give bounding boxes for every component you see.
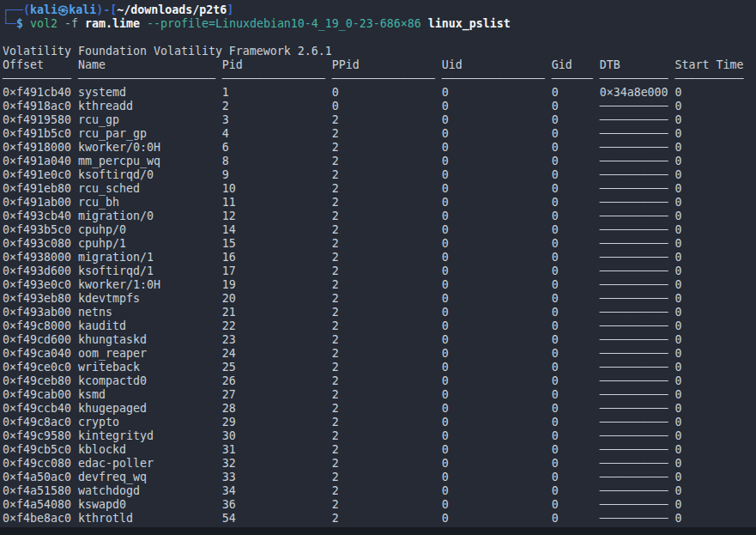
command-plugin-arg: linux_pslist bbox=[428, 17, 511, 30]
command-profile-arg: --profile=Linuxdebian10-4_19_0-23-686×86 bbox=[147, 17, 421, 30]
process-row: 0×f493c080 cpuhp/1 15 2 0 0 ────────── 0 bbox=[3, 237, 756, 251]
process-row: 0×f49ccb40 khugepaged 28 2 0 0 ─────────… bbox=[3, 402, 756, 416]
process-row: 0×f4be8ac0 kthrotld 54 2 0 0 ────────── … bbox=[3, 512, 756, 526]
process-row: 0×f493b5c0 cpuhp/0 14 2 0 0 ────────── 0 bbox=[3, 223, 756, 237]
terminal-window: ┌──(kali㉿kali)-[~/downloads/p2t6]└─$ vol… bbox=[0, 0, 756, 535]
process-row: 0×f4919580 rcu_gp 3 2 0 0 ────────── 0 bbox=[3, 113, 756, 127]
process-row: 0×f4a50ac0 devfreq_wq 33 2 0 0 ─────────… bbox=[3, 471, 756, 484]
process-row: 0×f491b5c0 rcu_par_gp 4 2 0 0 ──────────… bbox=[3, 127, 756, 141]
process-row: 0×f49c8000 kauditd 22 2 0 0 ────────── 0 bbox=[3, 319, 756, 333]
prompt-frame-mid: )-[ bbox=[96, 3, 117, 16]
process-row: 0×f493eb80 kdevtmpfs 20 2 0 0 ──────────… bbox=[3, 292, 756, 306]
process-row: 0×f493e0c0 kworker/1:0H 19 2 0 0 ───────… bbox=[3, 278, 756, 292]
terminal-output[interactable]: ┌──(kali㉿kali)-[~/downloads/p2t6]└─$ vol… bbox=[0, 0, 756, 526]
prompt-cwd: ~/downloads/p2t6 bbox=[117, 3, 227, 16]
command-file-arg: ram.lime bbox=[85, 17, 140, 30]
process-row: 0×f49ceb80 kcompactd0 26 2 0 0 ─────────… bbox=[3, 374, 756, 388]
prompt-dollar: $ bbox=[16, 17, 23, 30]
prompt-user-host: kali㉿kali bbox=[30, 3, 96, 16]
process-row: 0×f491a040 mm_percpu_wq 8 2 0 0 ────────… bbox=[3, 155, 756, 168]
process-row: 0×f49c9580 kintegrityd 30 2 0 0 ────────… bbox=[3, 429, 756, 443]
process-row: 0×f491eb80 rcu_sched 10 2 0 0 ──────────… bbox=[3, 182, 756, 196]
table-header-row: Offset Name Pid PPid Uid Gid DTB Start T… bbox=[3, 58, 756, 72]
blank-line bbox=[3, 31, 756, 45]
prompt-frame-close: ] bbox=[227, 3, 233, 16]
banner-line: Volatility Foundation Volatility Framewo… bbox=[3, 45, 756, 58]
process-row: 0×f4918ac0 kthreadd 2 0 0 0 ────────── 0 bbox=[3, 100, 756, 113]
prompt-frame-line2: └─ bbox=[3, 17, 16, 30]
pslist-table: Offset Name Pid PPid Uid Gid DTB Start T… bbox=[3, 58, 756, 526]
process-row: 0×f49cc080 edac-poller 32 2 0 0 ────────… bbox=[3, 457, 756, 471]
table-header-rule: ────────── ──────────────────── ────────… bbox=[3, 72, 756, 86]
command-line: └─$ vol2 -f ram.lime --profile=Linuxdebi… bbox=[3, 17, 756, 31]
process-row: 0×f4a51580 watchdogd 34 2 0 0 ──────────… bbox=[3, 484, 756, 498]
window-bottom-edge bbox=[0, 527, 756, 535]
process-row: 0×f49cab00 ksmd 27 2 0 0 ────────── 0 bbox=[3, 388, 756, 402]
process-row: 0×f49ca040 oom_reaper 24 2 0 0 ─────────… bbox=[3, 347, 756, 361]
prompt-frame-open: ┌──( bbox=[3, 3, 30, 16]
process-row: 0×f4938000 migration/1 16 2 0 0 ────────… bbox=[3, 251, 756, 264]
prompt-line-1: ┌──(kali㉿kali)-[~/downloads/p2t6] bbox=[3, 3, 756, 17]
command-flag-f: -f bbox=[64, 17, 78, 30]
process-row: 0×f491e0c0 ksoftirqd/0 9 2 0 0 ─────────… bbox=[3, 168, 756, 182]
process-row: 0×f49c8ac0 crypto 29 2 0 0 ────────── 0 bbox=[3, 416, 756, 429]
process-row: 0×f4a54080 kswapd0 36 2 0 0 ────────── 0 bbox=[3, 498, 756, 512]
process-row: 0×f491cb40 systemd 1 0 0 0 0×34a8e000 0 bbox=[3, 86, 756, 100]
process-row: 0×f49ce0c0 writeback 25 2 0 0 ──────────… bbox=[3, 361, 756, 374]
process-row: 0×f491ab00 rcu_bh 11 2 0 0 ────────── 0 bbox=[3, 196, 756, 210]
process-row: 0×f4918000 kworker/0:0H 6 2 0 0 ────────… bbox=[3, 141, 756, 155]
process-row: 0×f493d600 ksoftirqd/1 17 2 0 0 ────────… bbox=[3, 264, 756, 278]
process-row: 0×f49cb5c0 kblockd 31 2 0 0 ────────── 0 bbox=[3, 443, 756, 457]
process-row: 0×f493cb40 migration/0 12 2 0 0 ────────… bbox=[3, 210, 756, 223]
process-row: 0×f49cd600 khungtaskd 23 2 0 0 ─────────… bbox=[3, 333, 756, 347]
command-binary: vol2 bbox=[30, 17, 57, 30]
process-row: 0×f493ab00 netns 21 2 0 0 ────────── 0 bbox=[3, 306, 756, 319]
